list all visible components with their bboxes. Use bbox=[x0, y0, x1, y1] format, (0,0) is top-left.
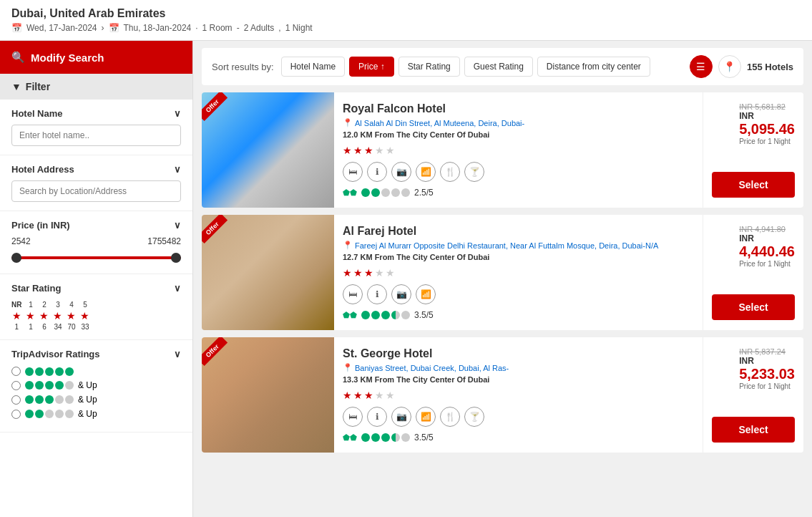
hotel-distance-1: 12.0 KM From The City Center Of Dubai bbox=[343, 130, 694, 139]
star-filled: ★ bbox=[364, 267, 373, 279]
list-icon: ☰ bbox=[696, 61, 705, 72]
ta-circle bbox=[45, 367, 54, 376]
sort-price[interactable]: Price ↑ bbox=[349, 57, 394, 77]
hotel-name-input[interactable] bbox=[11, 125, 181, 146]
star-nr-item[interactable]: NR ★ 1 bbox=[11, 301, 21, 331]
list-view-button[interactable]: ☰ bbox=[690, 55, 713, 78]
ta-c3 bbox=[381, 311, 390, 319]
ta-radio-5[interactable] bbox=[11, 367, 21, 376]
star-empty: ★ bbox=[375, 390, 384, 401]
modify-search-button[interactable]: 🔍 Modify Search bbox=[0, 41, 192, 74]
select-button-1[interactable]: Select bbox=[712, 172, 795, 198]
filter-header: ▼ Filter bbox=[0, 74, 192, 100]
hotel-info-2: Al Farej Hotel 📍 Fareej Al Murarr Opposi… bbox=[334, 215, 703, 330]
hotel-info-1: Royal Falcon Hotel 📍 Al Salah Al Din Str… bbox=[334, 92, 703, 208]
sort-bar: Sort results by: Hotel Name Price ↑ Star… bbox=[202, 48, 803, 85]
hotel-info-3: St. George Hotel 📍 Baniyas Street, Dubai… bbox=[334, 337, 703, 453]
star-4-item[interactable]: 4 ★ 70 bbox=[67, 301, 76, 331]
hotel-name-2: Al Farej Hotel bbox=[343, 225, 694, 238]
price-amount-3: 5,233.03 bbox=[739, 366, 795, 382]
tripadvisor-options: & Up & Up bbox=[11, 367, 181, 419]
ta-circle bbox=[35, 367, 44, 376]
ta-circle-empty bbox=[55, 410, 64, 418]
sort-guest-rating[interactable]: Guest Rating bbox=[464, 57, 533, 77]
price-original-2: INR 4,941.80 bbox=[739, 225, 795, 233]
stars-row-2: ★ ★ ★ ★ ★ bbox=[343, 267, 694, 279]
ta-c1 bbox=[361, 311, 370, 319]
location-icon-1: 📍 bbox=[343, 118, 353, 127]
ta-c2 bbox=[371, 433, 380, 442]
star-filled: ★ bbox=[343, 145, 352, 156]
price-toggle[interactable]: Price (in INR) ∨ bbox=[11, 220, 181, 231]
search-icon: 🔍 bbox=[11, 51, 25, 64]
calendar-icon: 📅 bbox=[11, 23, 22, 33]
price-range-slider[interactable] bbox=[11, 251, 181, 265]
ta-circle bbox=[25, 410, 34, 418]
amenity-info: ℹ bbox=[367, 162, 387, 182]
amenity-bed: 🛏 bbox=[343, 162, 363, 182]
ta-c4-empty bbox=[391, 188, 400, 197]
city-name: Dubai, United Arab Emirates bbox=[11, 7, 801, 20]
offer-ribbon-2: Offer bbox=[202, 215, 238, 251]
map-icon: 📍 bbox=[723, 61, 735, 72]
star-5-icon: ★ bbox=[80, 310, 89, 322]
star-rating-toggle[interactable]: Star Rating ∨ bbox=[11, 283, 181, 294]
hotel-price-1: INR 5,681.82 INR 5,095.46 Price for 1 Ni… bbox=[703, 92, 803, 208]
map-view-button[interactable]: 📍 bbox=[718, 55, 741, 78]
amenity-wifi-2: 📶 bbox=[416, 284, 436, 304]
sort-distance[interactable]: Distance from city center bbox=[537, 57, 650, 77]
star-5-item[interactable]: 5 ★ 33 bbox=[80, 301, 89, 331]
price-currency-2: INR bbox=[739, 233, 795, 243]
ta-option-2up[interactable]: & Up bbox=[11, 409, 181, 419]
sort-hotel-name[interactable]: Hotel Name bbox=[281, 57, 345, 77]
ta-circle bbox=[55, 367, 64, 376]
hotel-address-toggle[interactable]: Hotel Address ∨ bbox=[11, 164, 181, 175]
price-currency-3: INR bbox=[739, 356, 795, 366]
star-rating-section: Star Rating ∨ NR ★ 1 1 ★ 1 2 ★ 6 bbox=[0, 274, 192, 340]
content-area: Sort results by: Hotel Name Price ↑ Star… bbox=[193, 41, 812, 517]
hotel-name-1: Royal Falcon Hotel bbox=[343, 102, 694, 115]
ta-c3 bbox=[381, 433, 390, 442]
ta-score-1: 2.5/5 bbox=[414, 188, 434, 198]
hotel-name-3: St. George Hotel bbox=[343, 347, 694, 360]
ta-score-3: 3.5/5 bbox=[414, 433, 434, 443]
amenity-wifi: 📶 bbox=[416, 162, 436, 182]
hotel-address-input[interactable] bbox=[11, 180, 181, 202]
ta-radio-2up[interactable] bbox=[11, 410, 21, 419]
select-button-3[interactable]: Select bbox=[712, 417, 795, 443]
chevron-down-icon-2: ∨ bbox=[174, 164, 181, 175]
price-amount-2: 4,440.46 bbox=[739, 243, 795, 260]
ta-circle-empty bbox=[65, 395, 74, 404]
ta-c5-empty bbox=[401, 311, 410, 319]
ta-option-5[interactable] bbox=[11, 367, 181, 376]
ta-radio-3up[interactable] bbox=[11, 395, 21, 405]
ta-logo-2: ⬟⬟ bbox=[343, 311, 357, 320]
calendar-icon-2: 📅 bbox=[109, 23, 119, 33]
ta-radio-4up[interactable] bbox=[11, 381, 21, 390]
ta-circle-empty bbox=[55, 395, 64, 404]
ta-c4-half bbox=[391, 433, 400, 442]
star-3-item[interactable]: 3 ★ 34 bbox=[53, 301, 62, 331]
hotel-price-3: INR 5,837.24 INR 5,233.03 Price for 1 Ni… bbox=[703, 337, 803, 453]
ta-option-4up[interactable]: & Up bbox=[11, 380, 181, 390]
hotel-name-section: Hotel Name ∨ bbox=[0, 100, 192, 155]
offer-ribbon-1: Offer bbox=[202, 92, 238, 128]
amenity-info-2: ℹ bbox=[367, 284, 387, 304]
amenity-bar: 🍸 bbox=[464, 162, 484, 182]
star-empty: ★ bbox=[386, 267, 395, 279]
sort-star-rating[interactable]: Star Rating bbox=[398, 57, 460, 77]
ta-option-3up[interactable]: & Up bbox=[11, 395, 181, 405]
ta-c2 bbox=[371, 188, 380, 197]
price-currency-1: INR bbox=[739, 111, 795, 121]
ta-c1 bbox=[361, 433, 370, 442]
star-1-item[interactable]: 1 ★ 1 bbox=[26, 301, 35, 331]
price-section: Price (in INR) ∨ 2542 1755482 bbox=[0, 211, 192, 274]
ta-circle bbox=[25, 395, 34, 404]
select-button-2[interactable]: Select bbox=[712, 294, 795, 320]
ta-c5-empty bbox=[401, 433, 410, 442]
hotel-name-toggle[interactable]: Hotel Name ∨ bbox=[11, 108, 181, 119]
tripadvisor-toggle[interactable]: TripAdvisor Ratings ∨ bbox=[11, 349, 181, 359]
rating-row-3: ⬟⬟ 3.5/5 bbox=[343, 433, 694, 443]
star-2-item[interactable]: 2 ★ 6 bbox=[39, 301, 49, 331]
ta-c1 bbox=[361, 188, 370, 197]
